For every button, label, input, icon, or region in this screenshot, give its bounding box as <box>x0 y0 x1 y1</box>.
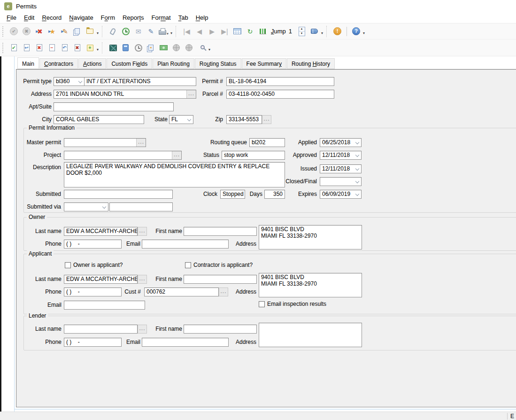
chevron-down-icon[interactable] <box>355 140 359 144</box>
chevron-down-icon[interactable] <box>355 192 359 196</box>
previous-record-icon[interactable]: ◀ <box>193 25 206 38</box>
chevron-down-icon[interactable] <box>355 153 359 157</box>
tab-contractors[interactable]: Contractors <box>39 58 78 69</box>
tab-custom-fields[interactable]: Custom Fields <box>107 58 152 69</box>
paste-icon[interactable] <box>84 25 96 38</box>
toolbar-overflow-caret[interactable]: ▾ <box>321 27 324 35</box>
applied-date-field[interactable]: 06/25/2018 <box>320 138 362 147</box>
lender-address-box[interactable] <box>259 323 362 347</box>
submitted-field[interactable] <box>64 190 173 199</box>
owner-last-name-field[interactable]: EDW A MCCARTHY-ARCHE <box>64 227 138 236</box>
expires-date-field[interactable]: 06/09/2019 <box>320 190 362 199</box>
search-icon[interactable] <box>195 42 208 54</box>
project-field[interactable]: ... <box>64 151 182 160</box>
menu-item-record[interactable]: Record <box>38 13 65 23</box>
tab-routing-status[interactable]: Routing Status <box>195 58 241 69</box>
owner-is-applicant-checkbox[interactable] <box>65 262 71 268</box>
help-icon[interactable]: ? <box>350 25 362 38</box>
city-field[interactable]: CORAL GABLES <box>54 115 144 124</box>
new-record-icon[interactable]: ▸★ <box>46 25 58 38</box>
issued-date-field[interactable]: 12/11/2018 <box>320 164 362 173</box>
parcel-number-field[interactable]: 03-4118-002-0450 <box>226 90 334 99</box>
lender-lookup-button[interactable]: ... <box>138 325 147 334</box>
next-record-icon[interactable]: ▶ <box>206 25 218 38</box>
hold-doc-icon[interactable]: − <box>46 42 58 54</box>
lender-last-name-field[interactable] <box>64 325 138 334</box>
applicant-address-box[interactable]: 9401 BISC BLVD MIAMI FL 33138-2970 <box>259 273 362 297</box>
jump-spinner[interactable] <box>295 25 308 38</box>
cust-number-field[interactable]: 000762 <box>144 288 219 296</box>
apt-suite-field[interactable] <box>54 102 174 111</box>
tab-main[interactable]: Main <box>17 57 39 69</box>
lender-email-field[interactable] <box>142 338 229 347</box>
compose-note-icon[interactable]: ✎ <box>145 25 157 38</box>
menu-item-navigate[interactable]: Navigate <box>65 13 97 23</box>
history-clock-icon[interactable] <box>119 25 132 38</box>
toolbar-overflow-caret[interactable]: ▾ <box>96 27 100 35</box>
tab-routing-history[interactable]: Routing History <box>287 58 335 69</box>
chevron-down-icon[interactable] <box>102 205 106 209</box>
zip-field[interactable]: 33134-5553 <box>226 115 262 124</box>
applicant-email-field[interactable] <box>64 301 145 310</box>
description-field[interactable]: LEGALIZE PAVER WALKWAY AND DEMOLISH COVE… <box>64 162 285 187</box>
calculator-icon[interactable] <box>119 42 132 54</box>
tab-plan-routing[interactable]: Plan Routing <box>153 58 194 69</box>
lender-first-name-field[interactable] <box>184 325 257 334</box>
owner-lookup-button[interactable]: ... <box>138 227 147 236</box>
chevron-down-icon[interactable] <box>355 179 359 183</box>
attachment-icon[interactable] <box>107 25 119 38</box>
chevron-down-icon[interactable] <box>78 79 82 83</box>
toolbar-overflow-caret[interactable]: ▾ <box>362 27 366 35</box>
closed-final-date-field[interactable] <box>320 177 362 186</box>
first-record-icon[interactable]: |◀ <box>180 25 193 38</box>
menu-item-tab[interactable]: Tab <box>175 13 192 23</box>
reject-doc-icon[interactable]: ✖ <box>33 42 46 54</box>
toolbar-overflow-caret[interactable]: ▾ <box>170 27 174 35</box>
menu-item-help[interactable]: Help <box>192 13 212 23</box>
approved-date-field[interactable]: 12/11/2018 <box>320 151 362 160</box>
alert-icon[interactable]: ! <box>331 25 344 38</box>
edit-record-icon[interactable]: ▸✎ <box>58 25 71 38</box>
delete-record-icon[interactable]: ▸✖ <box>33 25 46 38</box>
jump-value[interactable]: 1 <box>289 28 292 35</box>
menu-item-reports[interactable]: Reports <box>119 13 148 23</box>
owner-email-field[interactable] <box>142 240 229 249</box>
tab-actions[interactable]: Actions <box>78 58 106 69</box>
contractor-is-applicant-checkbox[interactable] <box>185 262 191 268</box>
cancel-record-icon[interactable]: ✖ <box>20 25 33 38</box>
route-doc-icon[interactable]: ↩ <box>20 42 33 54</box>
last-record-icon[interactable]: ▶| <box>218 25 231 38</box>
add-note-icon[interactable]: + <box>84 42 96 54</box>
email-icon[interactable]: ✉ <box>132 25 145 38</box>
permit-number-field[interactable]: BL-18-06-4194 <box>226 77 334 86</box>
copy-icon[interactable] <box>71 25 84 38</box>
applicant-first-name-field[interactable] <box>184 275 257 284</box>
address-book-icon[interactable] <box>308 25 321 38</box>
toolbar-overflow-caret[interactable]: ▾ <box>96 44 100 52</box>
toolbar-overflow-caret[interactable]: ▾ <box>208 44 212 52</box>
menu-item-form[interactable]: Form <box>97 13 119 23</box>
copy-special-icon[interactable]: • <box>145 42 157 54</box>
grid-view-icon[interactable] <box>231 25 244 38</box>
undo-doc-icon[interactable]: ↶ <box>58 42 71 54</box>
submitted-via-combo[interactable] <box>64 202 108 211</box>
globe-icon[interactable] <box>170 42 183 54</box>
email-inspection-results-checkbox[interactable] <box>259 301 265 307</box>
delete-doc-icon[interactable]: ✖ <box>71 42 84 54</box>
owner-address-box[interactable]: 9401 BISC BLVD MIAMI FL 33138-2970 <box>259 225 362 249</box>
master-permit-field[interactable]: ... <box>64 138 146 147</box>
master-permit-lookup-button[interactable]: ... <box>136 139 146 147</box>
accept-record-icon[interactable]: ✔ <box>8 25 20 38</box>
submitted-via-detail-field[interactable] <box>109 202 173 211</box>
menu-item-file[interactable]: File <box>3 13 20 23</box>
zip-lookup-button[interactable]: ... <box>262 115 271 124</box>
permit-type-combo[interactable]: bl360 <box>54 77 85 86</box>
owner-first-name-field[interactable] <box>184 227 257 236</box>
clock-icon[interactable] <box>132 42 145 54</box>
applicant-last-name-field[interactable]: EDW A MCCARTHY-ARCHE <box>64 275 138 284</box>
approve-doc-icon[interactable]: ✔ <box>8 42 20 54</box>
refresh-icon[interactable]: ↻ <box>244 25 256 38</box>
menu-item-format[interactable]: Format <box>148 13 175 23</box>
sort-chart-icon[interactable] <box>256 25 269 38</box>
map-icon[interactable] <box>107 42 119 54</box>
